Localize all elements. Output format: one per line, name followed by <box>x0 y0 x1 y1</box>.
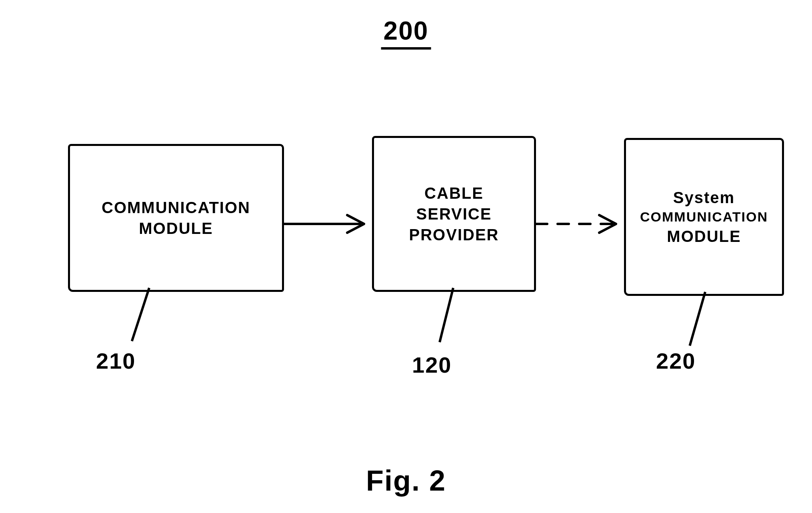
leader-right <box>689 291 706 346</box>
arrow-center-to-right <box>536 212 624 236</box>
ref-left: 210 <box>96 348 136 374</box>
ref-right: 220 <box>656 348 696 374</box>
block-center-line2: SERVICE <box>416 204 492 224</box>
block-right-line1: System <box>673 187 735 208</box>
ref-center: 120 <box>412 352 452 378</box>
leader-left <box>131 287 150 341</box>
block-right-line2: COMMUNICATION <box>640 208 768 226</box>
block-center-line3: PROVIDER <box>409 224 499 245</box>
figure-number: 200 <box>381 16 431 50</box>
block-system-communication-module: System COMMUNICATION MODULE <box>624 138 784 296</box>
arrow-left-to-center <box>284 212 372 236</box>
block-right-line3: MODULE <box>667 226 741 247</box>
block-center-line1: CABLE <box>424 183 484 204</box>
block-left-line2: MODULE <box>139 218 213 239</box>
block-communication-module: COMMUNICATION MODULE <box>68 144 284 292</box>
leader-center <box>438 287 454 342</box>
figure-caption: Fig. 2 <box>366 464 446 497</box>
block-left-line1: COMMUNICATION <box>102 197 250 218</box>
block-cable-service-provider: CABLE SERVICE PROVIDER <box>372 136 536 292</box>
diagram-canvas: 200 COMMUNICATION MODULE 210 CABLE SERVI… <box>0 0 812 513</box>
